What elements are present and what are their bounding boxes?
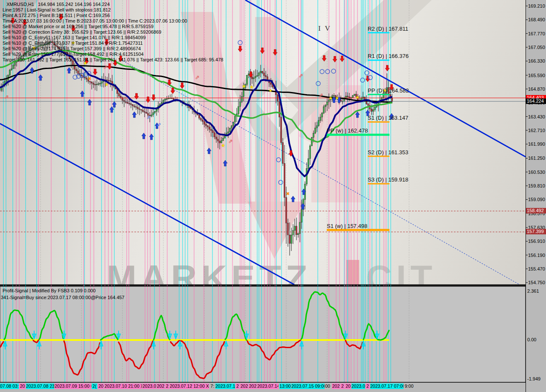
sr-level-label: S1 (w) | 157.498 (327, 223, 367, 229)
time-axis-label[interactable]: 202 (332, 383, 340, 389)
bear-candle (134, 106, 135, 107)
bull-candle (294, 226, 296, 231)
bear-candle (125, 102, 127, 103)
bear-candle (216, 137, 217, 139)
sell-arrow-icon (134, 93, 139, 99)
time-axis-label[interactable]: 2( (92, 383, 97, 389)
time-axis-label[interactable]: 2 (165, 383, 169, 389)
star-icon: ★ (335, 95, 339, 101)
time-axis-label[interactable]: 20 (345, 383, 351, 389)
time-axis-label[interactable]: 2 (340, 383, 345, 389)
bear-candle (91, 82, 93, 83)
osc-positive-segment (101, 334, 118, 340)
breakout-arrow-icon: ⇗ (103, 64, 108, 70)
bull-candle (308, 159, 309, 168)
bear-candle (137, 107, 139, 109)
bull-candle (334, 95, 335, 96)
bear-candle (76, 69, 77, 71)
price-axis-label: 162.710 (528, 128, 545, 133)
price-tag: 157.399 (526, 229, 546, 234)
time-axis-label[interactable]: 9:00 (404, 383, 414, 389)
info-line: Target 100: 161.492 || Target 161: 151.8… (3, 57, 223, 63)
bear-candle (286, 197, 287, 223)
breakout-arrow-icon: ⇗ (195, 74, 200, 81)
time-axis-label[interactable]: 2023.07.10 21:00 X (105, 383, 142, 389)
indicator-signal-line: 341-Signal=Buy since:2023.07.17 08:00:00… (1, 295, 125, 300)
bear-candle (219, 141, 221, 143)
bull-candle (228, 132, 229, 133)
sell-arrow-icon (180, 83, 184, 89)
bear-candle (86, 78, 87, 79)
time-axis-label[interactable]: 00 (325, 383, 330, 389)
bull-candle (13, 66, 14, 69)
sr-level-label: S3 (D) | 159.918 (368, 176, 408, 183)
time-axis-label[interactable]: 7: (210, 383, 215, 389)
sell-arrow-icon (171, 88, 175, 94)
price-axis-label: 168.490 (528, 17, 545, 22)
sell-arrow-icon (151, 95, 156, 101)
star-icon: ★ (328, 95, 333, 101)
bear-candle (368, 104, 369, 106)
bull-candle (258, 73, 260, 75)
time-axis-label[interactable]: 2023.07.09 15:00 0 (55, 383, 91, 389)
price-axis-label: 159.810 (528, 183, 545, 188)
bull-candle (320, 117, 321, 121)
bull-candle (102, 82, 103, 84)
time-axis-label[interactable]: 13:00 (279, 383, 291, 389)
bear-candle (84, 77, 86, 78)
time-axis-label[interactable]: 2023.07.15 09:00 (291, 383, 325, 389)
time-axis-label[interactable]: 2023.07.1 (215, 383, 235, 389)
sell-arrow-icon (146, 97, 150, 103)
bear-candle (206, 124, 207, 126)
star-icon: ★ (250, 84, 254, 89)
time-axis-label[interactable]: 07.08 03: (0, 383, 19, 389)
time-axis-label[interactable]: 20 (98, 383, 104, 389)
time-axis-label[interactable]: 202 (249, 383, 257, 389)
bull-candle (317, 126, 318, 128)
buy-arrow-icon (112, 101, 116, 107)
bull-candle (315, 128, 316, 133)
osc-axis-zero: 0.00 (527, 337, 536, 342)
bear-candle (127, 102, 128, 103)
bear-candle (120, 96, 122, 97)
sr-level-label: PP (w) | 162.478 (327, 127, 368, 134)
bull-candle (373, 110, 374, 111)
bull-candle (9, 70, 11, 75)
bull-candle (224, 136, 226, 138)
bear-candle (349, 97, 350, 98)
bull-candle (151, 115, 152, 116)
time-axis-label[interactable]: 2023.0 (351, 383, 365, 389)
bear-candle (211, 129, 212, 130)
bull-candle (323, 107, 325, 113)
bull-candle (301, 210, 302, 222)
time-axis-label[interactable]: 2 (366, 383, 370, 389)
time-axis-label[interactable]: 202 (157, 383, 165, 389)
price-tag: 158.492 (526, 208, 546, 213)
bear-candle (142, 110, 144, 112)
bear-candle (284, 164, 285, 198)
bear-candle (270, 83, 272, 84)
x-mark-icon: ✖ (88, 76, 91, 81)
bear-candle (110, 81, 111, 81)
price-axis-label: 156.910 (528, 239, 545, 244)
bull-candle (376, 106, 378, 107)
star-icon: ★ (268, 88, 273, 93)
info-line: Sell %20 @ Entry-2@174.515 || Target:157… (3, 46, 223, 52)
buy-arrow-icon (38, 75, 43, 81)
bull-candle (241, 96, 243, 102)
bear-candle (202, 120, 203, 121)
time-axis-label[interactable]: 20 (19, 383, 26, 389)
bear-candle (139, 109, 140, 110)
time-axis-label[interactable]: 2023.0 (142, 383, 156, 389)
time-axis-label[interactable]: 2023.07.12 12:00 X0 (170, 383, 209, 389)
time-axis-label[interactable]: 2023.07.08 23 (26, 383, 54, 389)
time-axis-label[interactable]: 2 (235, 383, 240, 389)
time-axis-label[interactable]: 202 (240, 383, 248, 389)
bull-candle (257, 75, 258, 76)
osc-negative-segment (64, 341, 100, 375)
time-axis-label[interactable]: 2023.07.17 07:00 (370, 383, 404, 389)
bear-candle (129, 103, 130, 104)
sell-arrow-icon (167, 80, 171, 86)
time-axis-label[interactable]: 2023.07.14 (257, 383, 279, 389)
breakout-arrow-icon: ⇗ (319, 92, 323, 98)
